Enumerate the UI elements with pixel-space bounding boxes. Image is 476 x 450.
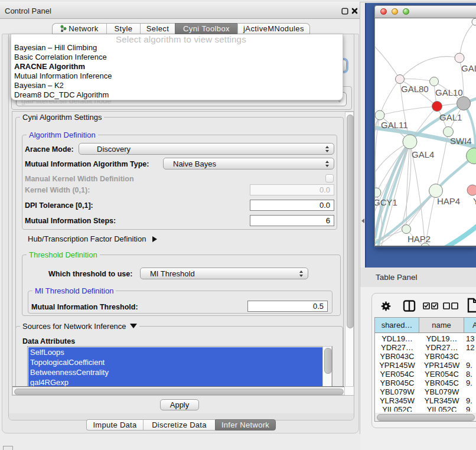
zoom-window-icon[interactable]	[403, 8, 409, 15]
table-cell[interactable]: YBL079W	[419, 387, 464, 396]
unselect-all-columns-icon[interactable]	[443, 302, 458, 309]
algorithm-option[interactable]: Dream8 DC_TDC Algorithm	[11, 90, 333, 100]
new-document-icon[interactable]	[467, 298, 476, 313]
table-cell[interactable]: YER054C	[419, 370, 464, 379]
network-node-gal[interactable]	[455, 53, 464, 63]
close-window-icon[interactable]	[380, 8, 387, 15]
table-cell[interactable]: 9.	[464, 396, 476, 405]
network-graph: GALGAL80GAL10GAL1GAL11SWI4GAL4GCY1HAP4YH…	[375, 18, 476, 246]
tab-discretize-data[interactable]: Discretize Data	[143, 419, 215, 431]
table-cell[interactable]: YDL19…	[419, 334, 464, 343]
network-node-gal1[interactable]	[432, 102, 442, 112]
network-window-titlebar[interactable]	[374, 5, 476, 18]
network-node-gal11[interactable]	[375, 110, 384, 120]
network-edge	[446, 226, 476, 246]
network-node-gcy1[interactable]	[375, 188, 381, 197]
network-node-gal80[interactable]	[396, 75, 405, 84]
table-cell[interactable]: 12	[464, 343, 476, 352]
table-hscrollbar-thumb[interactable]	[377, 414, 475, 421]
column-header-shared[interactable]: shared…	[375, 318, 419, 333]
network-node-swi4[interactable]	[444, 127, 454, 137]
settings-hscrollbar[interactable]	[12, 387, 345, 395]
network-node-label: GAL	[461, 63, 476, 73]
algorithm-option[interactable]: Bayesian – Hill Climbing	[11, 43, 333, 53]
table-panel-title: Table Panel	[376, 273, 418, 282]
network-node[interactable]	[457, 97, 471, 110]
column-header-name[interactable]: name	[419, 318, 464, 333]
table-cell[interactable]: YBR043C	[419, 352, 464, 361]
table-cell[interactable]: YDR27…	[375, 343, 419, 352]
settings-vscrollbar-thumb[interactable]	[347, 115, 354, 328]
network-edge	[375, 35, 400, 79]
select-all-columns-icon[interactable]	[423, 302, 438, 309]
table-cell[interactable]: YLR345W	[419, 396, 464, 405]
desktop-left-edge	[360, 3, 366, 268]
table-cell[interactable]: 9.	[464, 361, 476, 370]
table-cell[interactable]: YBR043C	[375, 352, 419, 361]
control-panel-tabs: NetworkStyleSelectCyni ToolboxjActiveMNo…	[52, 23, 310, 34]
control-panel-title: Control Panel	[5, 6, 51, 15]
table-cell[interactable]: YER054C	[375, 370, 419, 379]
network-node-label: GAL11	[381, 120, 408, 130]
table-cell[interactable]: YLR345W	[375, 396, 419, 405]
settings-hscrollbar-thumb[interactable]	[14, 389, 344, 395]
tab-jactivemnodules[interactable]: jActiveMNodules	[237, 23, 310, 34]
tab-infer-network[interactable]: Infer Network	[215, 419, 276, 431]
cyni-mode-tabs: Impute DataDiscretize DataInfer Network	[86, 419, 276, 431]
network-node[interactable]	[472, 18, 476, 25]
table-cell[interactable]	[464, 352, 476, 361]
table-cell[interactable]: YPR145W	[375, 361, 419, 370]
minimize-window-icon[interactable]	[392, 8, 398, 15]
network-edge	[380, 79, 400, 115]
apply-button[interactable]: Apply	[160, 399, 199, 410]
table-cell[interactable]: YPR145W	[419, 361, 464, 370]
table-cell[interactable]: YDL19…	[375, 334, 419, 343]
scrollpane-corner	[345, 387, 354, 395]
network-node-gal4[interactable]	[403, 135, 417, 149]
network-node-label: GAL80	[401, 84, 429, 94]
settings-vscrollbar[interactable]	[345, 112, 354, 387]
network-edge	[400, 79, 434, 82]
network-node-label: GCY1	[375, 197, 397, 207]
split-view-icon[interactable]	[403, 299, 416, 312]
network-node-hap2[interactable]	[402, 225, 411, 234]
table-cell[interactable]: YBL079W	[375, 387, 419, 396]
table-cell[interactable]: YBR045C	[375, 379, 419, 387]
table-cell[interactable]: 13	[464, 334, 476, 343]
tab-impute-data[interactable]: Impute Data	[86, 419, 143, 431]
control-panel-titlebar[interactable]	[0, 2, 360, 19]
gear-icon[interactable]	[381, 301, 391, 311]
network-node-gal10[interactable]	[430, 77, 439, 86]
tab-cyni-toolbox[interactable]: Cyni Toolbox	[175, 23, 237, 34]
table-cell[interactable]: YIL052C	[419, 405, 464, 412]
split-collapse-arrow-icon[interactable]	[361, 219, 364, 223]
minimized-panel-button[interactable]	[3, 446, 13, 450]
algorithm-option[interactable]: Basic Correlation Inference	[11, 53, 333, 62]
close-panel-icon[interactable]	[351, 8, 358, 14]
table-cell[interactable]: 9.	[464, 379, 476, 387]
network-edge	[459, 22, 475, 58]
table-cell[interactable]: YIL052C	[375, 405, 419, 412]
network-edge	[380, 106, 437, 115]
table-cell[interactable]: YBR045C	[419, 379, 464, 387]
table-cell[interactable]: 9.	[464, 405, 476, 412]
float-window-icon[interactable]	[341, 8, 348, 15]
table-cell[interactable]	[464, 387, 476, 396]
algorithm-option[interactable]: ARACNE Algorithm	[11, 62, 333, 71]
column-header-a[interactable]: A	[464, 318, 476, 333]
network-canvas[interactable]: GALGAL80GAL10GAL1GAL11SWI4GAL4GCY1HAP4YH…	[374, 18, 476, 247]
table-hscrollbar[interactable]	[375, 413, 476, 421]
tab-select[interactable]: Select	[140, 23, 175, 34]
tab-style[interactable]: Style	[106, 23, 140, 34]
table-cell[interactable]: 8.	[464, 370, 476, 379]
network-node-y[interactable]	[467, 185, 476, 195]
table-cell[interactable]: YDR27…	[419, 343, 464, 352]
network-node-label: GAL10	[435, 87, 463, 97]
network-edge	[375, 115, 380, 159]
tab-network[interactable]: Network	[52, 23, 106, 34]
network-view-window[interactable]: GALGAL80GAL10GAL1GAL11SWI4GAL4GCY1HAP4YH…	[374, 5, 476, 247]
network-node-label: Y	[473, 196, 476, 206]
algorithm-option[interactable]: Mutual Information Inference	[11, 71, 333, 81]
algorithm-option[interactable]: Bayesian – K2	[11, 81, 333, 90]
node-table[interactable]: shared…nameAYDL19…YDL19…13YDR27…YDR27…12…	[374, 317, 476, 422]
